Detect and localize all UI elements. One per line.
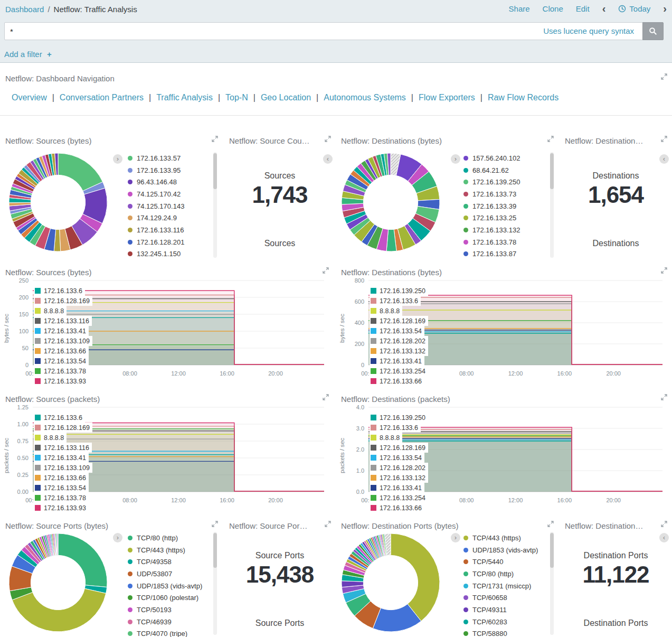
legend-item[interactable]: 172.16.133.6: [34, 286, 85, 296]
legend-item[interactable]: 172.16.133.41: [370, 356, 424, 366]
nav-link-traffic-analysis[interactable]: Traffic Analysis: [156, 93, 213, 102]
legend-item[interactable]: 172.16.128.169: [34, 296, 92, 306]
expand-icon[interactable]: [212, 136, 218, 142]
legend-item[interactable]: 172.16.133.6: [370, 296, 421, 306]
legend-item[interactable]: 172.16.139.250: [370, 286, 428, 296]
legend-chevron-icon[interactable]: ›: [451, 533, 460, 542]
add-filter-link[interactable]: Add a filter: [4, 50, 42, 59]
legend-item[interactable]: 172.16.133.66: [34, 346, 89, 356]
legend-item[interactable]: 172.16.128.169: [370, 443, 428, 453]
nav-link-conversation-partners[interactable]: Conversation Partners: [60, 93, 144, 102]
time-back-icon[interactable]: ‹: [602, 4, 606, 13]
legend-item[interactable]: 172.16.133.54: [370, 326, 424, 336]
legend-item[interactable]: 172.16.133.6: [370, 423, 421, 433]
time-picker-button[interactable]: Today: [618, 4, 650, 13]
destination-ports-donut-chart[interactable]: [340, 532, 441, 633]
legend-item[interactable]: TCP/80 (http): [128, 532, 202, 544]
legend-item[interactable]: 172.16.133.78: [34, 493, 89, 503]
legend-item[interactable]: 172.16.133.57: [128, 152, 184, 164]
legend-item[interactable]: 172.16.133.54: [34, 356, 89, 366]
legend-scrollbar[interactable]: [213, 532, 217, 635]
expand-icon[interactable]: [212, 521, 218, 527]
legend-item[interactable]: 174.129.24.9: [128, 212, 184, 224]
legend-item[interactable]: TCP/46939: [128, 616, 202, 628]
expand-icon[interactable]: [661, 267, 667, 274]
legend-item[interactable]: 172.16.133.39: [463, 200, 520, 212]
legend-item[interactable]: UDP/1853 (vids-avtp): [463, 544, 538, 556]
legend-item[interactable]: TCP/49358: [128, 556, 202, 568]
legend-item[interactable]: TCP/80 (http): [463, 568, 538, 580]
legend-item[interactable]: 172.16.139.250: [463, 176, 520, 188]
legend-item[interactable]: UDP/1853 (vids-avtp): [128, 580, 202, 592]
legend-item[interactable]: 172.16.133.66: [370, 503, 424, 513]
legend-item[interactable]: 157.56.240.102: [463, 152, 520, 164]
breadcrumb-dashboard-link[interactable]: Dashboard: [5, 5, 44, 14]
legend-item[interactable]: 172.16.133.41: [34, 453, 89, 463]
expand-icon[interactable]: [547, 521, 554, 527]
legend-chevron-icon[interactable]: ‹: [323, 154, 333, 164]
search-button[interactable]: [642, 22, 664, 40]
legend-item[interactable]: UDP/53807: [128, 568, 202, 580]
legend-item[interactable]: 172.16.133.95: [128, 164, 184, 176]
legend-item[interactable]: 172.16.133.54: [34, 483, 89, 493]
legend-item[interactable]: 172.16.133.66: [34, 473, 89, 483]
legend-item[interactable]: TCP/50193: [128, 604, 202, 616]
expand-icon[interactable]: [325, 521, 331, 527]
legend-item[interactable]: 8.8.8.8: [34, 433, 67, 443]
legend-item[interactable]: TCP/60658: [463, 592, 538, 604]
legend-item[interactable]: 172.16.128.201: [128, 236, 184, 248]
legend-item[interactable]: 132.245.1.150: [128, 248, 184, 260]
source-ports-donut-chart[interactable]: [8, 532, 108, 633]
expand-icon[interactable]: [661, 73, 667, 80]
legend-item[interactable]: 172.16.133.6: [34, 413, 85, 423]
expand-icon[interactable]: [547, 136, 554, 142]
legend-item[interactable]: 8.8.8.8: [370, 433, 402, 443]
edit-button[interactable]: Edit: [576, 4, 590, 13]
destinations-bytes-donut-chart[interactable]: [340, 152, 441, 252]
legend-item[interactable]: TCP/49311: [463, 604, 538, 616]
legend-item[interactable]: 172.16.128.202: [370, 463, 428, 473]
legend-item[interactable]: 172.16.133.41: [34, 326, 89, 336]
lucene-hint-link[interactable]: Uses lucene query syntax: [543, 26, 634, 35]
legend-item[interactable]: 172.16.133.116: [34, 316, 92, 326]
legend-item[interactable]: 172.16.133.109: [34, 463, 92, 473]
legend-item[interactable]: TCP/60283: [463, 616, 538, 628]
add-filter-plus-icon[interactable]: +: [47, 50, 52, 59]
legend-item[interactable]: 172.16.133.78: [463, 236, 520, 248]
legend-item[interactable]: 172.16.133.254: [370, 493, 428, 503]
legend-item[interactable]: 172.16.133.73: [463, 188, 520, 200]
nav-link-raw-flow-records[interactable]: Raw Flow Records: [488, 93, 559, 102]
legend-chevron-icon[interactable]: ›: [113, 154, 122, 164]
expand-icon[interactable]: [661, 136, 667, 142]
legend-item[interactable]: 172.16.133.25: [463, 212, 520, 224]
legend-chevron-icon[interactable]: ›: [451, 154, 460, 164]
expand-icon[interactable]: [323, 394, 329, 400]
expand-icon[interactable]: [323, 267, 329, 274]
nav-link-geo-location[interactable]: Geo Location: [261, 93, 311, 102]
expand-icon[interactable]: [661, 394, 667, 400]
expand-icon[interactable]: [661, 521, 667, 527]
legend-item[interactable]: 8.8.8.8: [34, 306, 67, 316]
legend-item[interactable]: 172.16.133.93: [34, 376, 89, 386]
legend-chevron-icon[interactable]: ›: [113, 533, 122, 542]
legend-scrollbar[interactable]: [213, 152, 217, 258]
legend-scrollbar[interactable]: [550, 152, 554, 258]
legend-item[interactable]: 8.8.8.8: [370, 306, 402, 316]
nav-link-overview[interactable]: Overview: [12, 93, 47, 102]
clone-button[interactable]: Clone: [543, 4, 563, 13]
nav-link-autonomous-systems[interactable]: Autonomous Systems: [324, 93, 406, 102]
legend-item[interactable]: 172.16.133.116: [128, 224, 184, 236]
legend-item[interactable]: 172.16.133.87: [463, 248, 520, 260]
legend-item[interactable]: 172.16.133.132: [463, 224, 520, 236]
legend-item[interactable]: 172.16.133.41: [370, 483, 424, 493]
legend-item[interactable]: 172.16.133.109: [34, 336, 92, 346]
legend-item[interactable]: TCP/58880: [463, 628, 538, 637]
legend-item[interactable]: 172.16.139.250: [370, 413, 428, 423]
legend-item[interactable]: 172.16.133.93: [34, 503, 89, 513]
legend-item[interactable]: 172.16.133.78: [34, 366, 89, 376]
legend-item[interactable]: 172.16.133.116: [34, 443, 92, 453]
legend-item[interactable]: TCP/5440: [463, 556, 538, 568]
legend-chevron-icon[interactable]: ‹: [659, 154, 669, 164]
legend-item[interactable]: 172.16.133.132: [370, 346, 428, 356]
legend-item[interactable]: TCP/443 (https): [128, 544, 202, 556]
